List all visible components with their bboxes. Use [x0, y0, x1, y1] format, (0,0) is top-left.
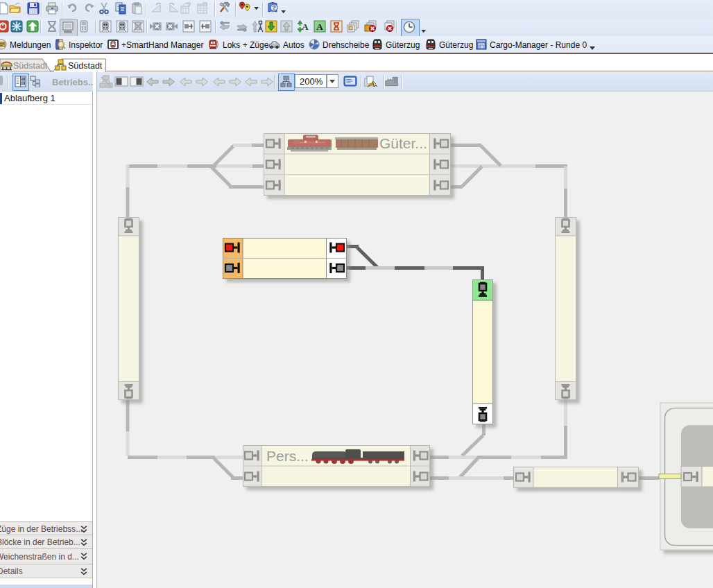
- svg-text:A: A: [316, 21, 323, 32]
- svg-text:A: A: [302, 21, 309, 32]
- svg-text:Südstadt: Südstadt: [68, 61, 103, 71]
- svg-text:Pers...: Pers...: [266, 448, 309, 464]
- svg-text:?: ?: [272, 4, 276, 11]
- svg-text:Südstadt: Südstadt: [13, 61, 48, 71]
- svg-text:Güter...: Güter...: [379, 135, 427, 151]
